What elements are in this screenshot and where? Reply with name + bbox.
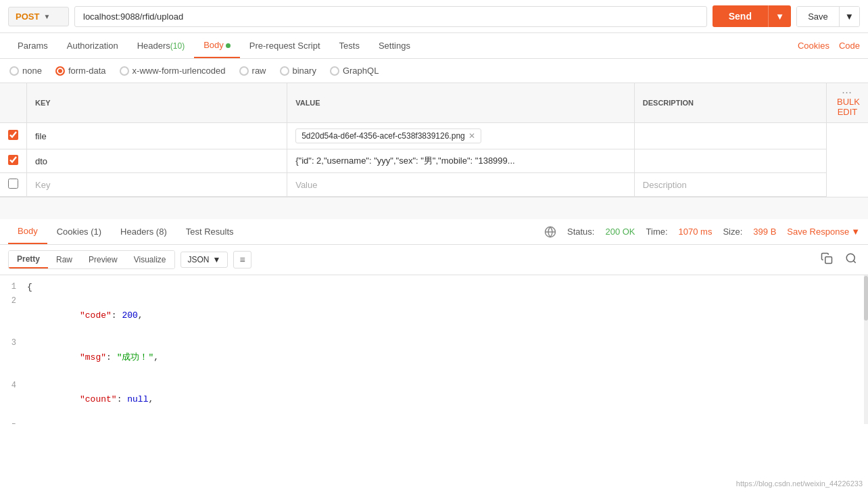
time-label: Time:: [646, 227, 668, 237]
json-line: 3 "msg": "成功！",: [0, 337, 868, 379]
tab-tests[interactable]: Tests: [330, 34, 369, 57]
search-button[interactable]: [842, 251, 860, 268]
row1-checkbox[interactable]: [8, 130, 18, 140]
view-tabs: Pretty Raw Preview Visualize: [8, 250, 175, 269]
th-value: VALUE: [287, 83, 635, 123]
option-none[interactable]: none: [9, 66, 42, 76]
view-raw[interactable]: Raw: [48, 251, 80, 268]
table-row: file 5d20d54a-d6ef-4356-acef-c538f383912…: [0, 123, 868, 149]
placeholder-description[interactable]: Description: [634, 173, 826, 197]
size-value: 399 B: [753, 227, 776, 237]
option-binary-label: binary: [293, 66, 316, 76]
row1-file-value: 5d20d54a-d6ef-4356-acef-c538f3839126.png…: [295, 128, 626, 143]
option-raw-label: raw: [252, 66, 266, 76]
th-checkbox: [0, 83, 27, 123]
code-link[interactable]: Code: [839, 41, 860, 51]
url-input[interactable]: [74, 6, 707, 27]
save-button-group: Save ▼: [796, 6, 860, 27]
tab-params[interactable]: Params: [8, 34, 57, 57]
tab-body[interactable]: Body: [194, 33, 240, 58]
view-preview[interactable]: Preview: [80, 251, 126, 268]
save-button[interactable]: Save: [797, 7, 839, 26]
tab-headers[interactable]: Headers(10): [128, 34, 194, 57]
option-graphql[interactable]: GraphQL: [330, 66, 379, 76]
option-form-data[interactable]: form-data: [55, 66, 106, 76]
format-bar: Pretty Raw Preview Visualize JSON ▼ ≡: [0, 245, 868, 275]
row2-value[interactable]: {"id": 2,"username": "yyy","sex": "男","m…: [287, 149, 635, 173]
method-chevron-icon: ▼: [43, 13, 50, 20]
row2-checkbox[interactable]: [8, 155, 18, 165]
option-binary[interactable]: binary: [280, 66, 316, 76]
radio-graphql: [330, 66, 339, 76]
cookies-link[interactable]: Cookies: [798, 41, 829, 51]
copy-button[interactable]: [818, 251, 836, 268]
placeholder-row: Key Value Description: [0, 173, 868, 197]
json-line: 5 "data": {: [0, 421, 868, 424]
wrap-button[interactable]: ≡: [233, 251, 251, 268]
globe-icon: [544, 226, 556, 238]
tab-authorization[interactable]: Authorization: [57, 34, 128, 57]
response-tab-bar: Body Cookies (1) Headers (8) Test Result…: [0, 219, 868, 245]
option-none-label: none: [22, 66, 42, 76]
placeholder-checkbox[interactable]: [8, 179, 18, 189]
view-pretty[interactable]: Pretty: [9, 251, 48, 268]
placeholder-key[interactable]: Key: [27, 173, 287, 197]
view-visualize[interactable]: Visualize: [126, 251, 174, 268]
vertical-scrollbar[interactable]: [864, 275, 868, 424]
th-key: KEY: [27, 83, 287, 123]
row1-description[interactable]: [634, 123, 826, 149]
svg-point-3: [846, 254, 854, 262]
body-dot: [226, 43, 231, 48]
tab-settings[interactable]: Settings: [369, 34, 420, 57]
response-tab-test-results[interactable]: Test Results: [176, 220, 243, 243]
placeholder-value[interactable]: Value: [287, 173, 635, 197]
status-value: 200 OK: [605, 227, 635, 237]
option-form-data-label: form-data: [68, 66, 106, 76]
method-select[interactable]: POST ▼: [8, 7, 69, 26]
scrollbar-thumb[interactable]: [864, 276, 868, 321]
format-bar-right: [818, 251, 860, 268]
row1-checkbox-cell: [0, 123, 27, 149]
option-graphql-label: GraphQL: [343, 66, 379, 76]
placeholder-checkbox-cell: [0, 173, 27, 197]
radio-urlencoded: [120, 66, 129, 76]
top-bar: POST ▼ Send ▼ Save ▼: [0, 0, 868, 33]
bulk-edit-button[interactable]: Bulk Edit: [837, 97, 860, 117]
svg-rect-2: [825, 257, 832, 264]
option-raw[interactable]: raw: [239, 66, 266, 76]
send-button[interactable]: Send: [713, 5, 768, 27]
th-actions: ··· Bulk Edit: [826, 83, 868, 123]
request-tab-bar: Params Authorization Headers(10) Body Pr…: [0, 33, 868, 59]
method-label: POST: [16, 11, 39, 22]
file-chip-remove[interactable]: ✕: [468, 131, 475, 141]
th-description: DESCRIPTION: [634, 83, 826, 123]
format-select[interactable]: JSON ▼: [180, 252, 228, 268]
response-tab-headers[interactable]: Headers (8): [111, 220, 176, 243]
row2-checkbox-cell: [0, 149, 27, 173]
params-table: KEY VALUE DESCRIPTION ··· Bulk Edit file: [0, 83, 868, 197]
save-dropdown-button[interactable]: ▼: [839, 7, 859, 26]
row2-description[interactable]: [634, 149, 826, 173]
more-options-icon[interactable]: ···: [842, 89, 852, 97]
row1-key[interactable]: file: [27, 123, 287, 149]
file-chip: 5d20d54a-d6ef-4356-acef-c538f3839126.png…: [295, 128, 481, 143]
status-label: Status:: [567, 227, 594, 237]
row2-key[interactable]: dto: [27, 149, 287, 173]
response-tab-body[interactable]: Body: [8, 219, 47, 244]
radio-form-data: [55, 66, 65, 76]
time-value: 1070 ms: [679, 227, 713, 237]
option-urlencoded[interactable]: x-www-form-urlencoded: [120, 66, 226, 76]
headers-badge: (10): [170, 41, 185, 51]
option-urlencoded-label: x-www-form-urlencoded: [132, 66, 226, 76]
save-response-button[interactable]: Save Response ▼: [787, 227, 860, 237]
radio-binary: [280, 66, 289, 76]
size-label: Size:: [723, 227, 742, 237]
row1-value[interactable]: 5d20d54a-d6ef-4356-acef-c538f3839126.png…: [287, 123, 635, 149]
json-line: 2 "code": 200,: [0, 295, 868, 337]
svg-line-4: [853, 260, 855, 262]
send-dropdown-button[interactable]: ▼: [768, 5, 791, 27]
body-type-options: none form-data x-www-form-urlencoded raw…: [0, 59, 868, 83]
response-tab-cookies[interactable]: Cookies (1): [47, 220, 111, 243]
spacer: [0, 197, 868, 219]
tab-prerequest[interactable]: Pre-request Script: [240, 34, 330, 57]
